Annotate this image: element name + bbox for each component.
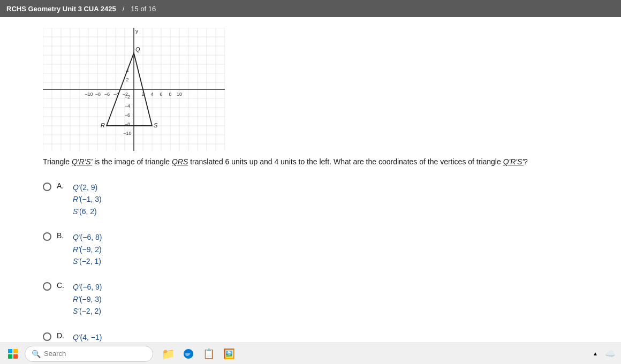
question-text: Triangle Q'R'S' is the image of triangle… (43, 156, 578, 168)
svg-text:−8: −8 (95, 92, 101, 97)
taskbar-tray: ▲ ☁️ (589, 347, 617, 360)
choice-b-label: B. (57, 231, 67, 240)
search-icon: 🔍 (32, 350, 41, 358)
svg-rect-62 (8, 349, 12, 353)
choice-c-radio[interactable] (43, 282, 51, 291)
taskbar-search-box[interactable]: 🔍 (25, 346, 153, 362)
svg-text:−6: −6 (104, 92, 110, 97)
svg-rect-64 (8, 354, 12, 359)
choice-a-radio[interactable] (43, 183, 51, 191)
svg-text:−10: −10 (85, 92, 93, 97)
choice-d-radio[interactable] (43, 332, 51, 341)
choice-c-content: Q'(−6, 9) R'(−9, 3) S'(−2, 2) (73, 281, 102, 317)
search-input[interactable] (44, 350, 146, 358)
choice-b-radio[interactable] (43, 232, 51, 241)
tray-expand-icon[interactable]: ▲ (589, 347, 602, 360)
choice-b-row: B. Q'(−6, 8) R'(−9, 2) S'(−2, 1) (43, 227, 578, 271)
taskbar: 🔍 📁 📋 🖼️ ▲ ☁️ (0, 343, 621, 364)
svg-rect-63 (13, 349, 18, 353)
answer-choices: A. Q'(2, 9) R'(−1, 3) S'(6, 2) B. Q'(−6,… (43, 177, 578, 343)
graph-container: x y −2 −4 −6 −8 −10 2 4 6 8 10 2 4 −2 −4… (43, 28, 578, 151)
choice-a-label: A. (57, 181, 67, 190)
svg-text:Q: Q (135, 46, 140, 52)
svg-text:−10: −10 (123, 131, 131, 136)
taskbar-icons: 📁 📋 🖼️ (160, 345, 238, 362)
choice-d-content: Q'(4, −1) R'(1, −7) S'(8, −8) (73, 331, 102, 343)
separator: / (123, 5, 125, 13)
coordinate-graph: x y −2 −4 −6 −8 −10 2 4 6 8 10 2 4 −2 −4… (43, 28, 225, 151)
course-title: RCHS Geometry Unit 3 CUA 2425 (6, 5, 116, 13)
svg-text:−4: −4 (125, 103, 130, 109)
edge-icon[interactable] (180, 345, 197, 362)
top-bar: RCHS Geometry Unit 3 CUA 2425 / 15 of 16 (0, 0, 621, 17)
svg-text:4: 4 (150, 92, 153, 97)
choice-b-content: Q'(−6, 8) R'(−9, 2) S'(−2, 1) (73, 231, 102, 267)
choice-a-content: Q'(2, 9) R'(−1, 3) S'(6, 2) (73, 181, 102, 217)
notepad-icon[interactable]: 📋 (200, 345, 217, 362)
svg-text:S: S (154, 122, 158, 128)
choice-c-label: C. (57, 281, 67, 290)
svg-text:y: y (135, 28, 138, 34)
main-content: x y −2 −4 −6 −8 −10 2 4 6 8 10 2 4 −2 −4… (0, 17, 621, 343)
svg-text:R: R (101, 122, 105, 128)
svg-text:10: 10 (177, 92, 182, 97)
file-explorer-icon[interactable]: 📁 (160, 345, 177, 362)
choice-c-row: C. Q'(−6, 9) R'(−9, 3) S'(−2, 2) (43, 277, 578, 321)
start-button[interactable] (4, 345, 21, 362)
choice-a-row: A. Q'(2, 9) R'(−1, 3) S'(6, 2) (43, 177, 578, 222)
windows-icon (7, 348, 18, 359)
photos-icon[interactable]: 🖼️ (221, 345, 238, 362)
svg-text:−2: −2 (125, 94, 130, 100)
svg-rect-65 (13, 354, 18, 359)
choice-d-row: D. Q'(4, −1) R'(1, −7) S'(8, −8) (43, 327, 578, 343)
page-indicator: 15 of 16 (131, 5, 156, 13)
svg-text:6: 6 (160, 92, 162, 97)
svg-text:8: 8 (169, 92, 171, 97)
choice-d-label: D. (57, 331, 67, 340)
svg-text:−6: −6 (125, 112, 130, 118)
cloud-icon[interactable]: ☁️ (604, 347, 617, 360)
svg-text:2: 2 (126, 77, 128, 82)
